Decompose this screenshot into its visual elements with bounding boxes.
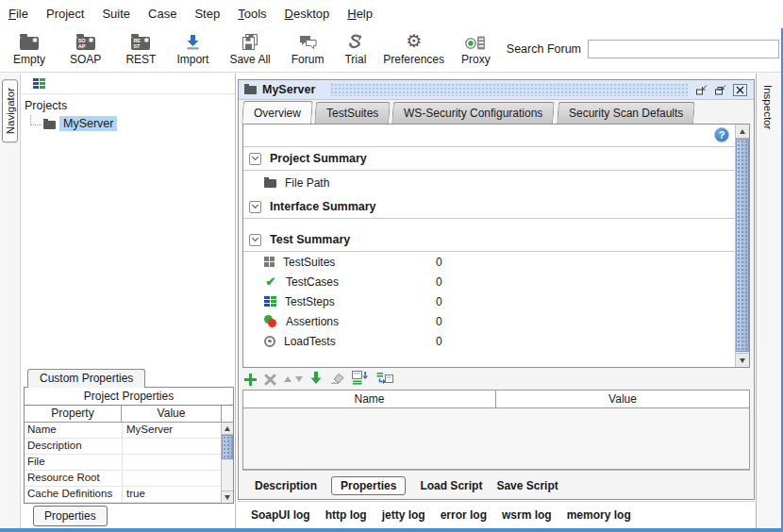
properties-bottom-button[interactable]: Properties <box>33 506 108 526</box>
tab-overview[interactable]: Overview <box>242 101 313 124</box>
trial-button[interactable]: Trial <box>344 31 366 66</box>
navigator-tab[interactable]: Navigator <box>2 79 18 142</box>
proxy-label: Proxy <box>461 53 491 66</box>
property-cell: Name <box>25 423 122 438</box>
tab-security-scan[interactable]: Security Scan Defaults <box>557 102 695 124</box>
scroll-down-button[interactable] <box>736 353 749 367</box>
save-properties-icon[interactable] <box>376 371 393 388</box>
project-properties-panel: Project Properties Property Value Name M… <box>24 387 234 504</box>
soap-project-button[interactable]: SO AP✱ SOAP <box>70 31 101 66</box>
testsuites-grid-icon <box>264 257 275 267</box>
table-row[interactable]: Description <box>25 439 233 455</box>
tab-error-log[interactable]: error log <box>441 508 487 522</box>
tree-item-myserver[interactable]: MyServer <box>25 114 233 131</box>
table-row[interactable]: Name MyServer <box>25 423 233 439</box>
tab-soapui-log[interactable]: SoapUI log <box>251 508 310 522</box>
menu-case[interactable]: Case <box>148 7 176 21</box>
close-window-icon[interactable] <box>733 84 747 96</box>
tab-ws-security[interactable]: WS-Security Configurations <box>392 102 556 124</box>
menu-tools[interactable]: Tools <box>238 7 266 21</box>
tab-save-script[interactable]: Save Script <box>496 477 558 494</box>
tab-description[interactable]: Description <box>255 477 317 494</box>
log-tabs-bar: SoapUI log http log jetty log error log … <box>238 501 755 528</box>
menu-project[interactable]: Project <box>46 7 84 21</box>
load-properties-icon[interactable] <box>352 371 369 388</box>
help-icon[interactable]: ? <box>714 127 729 142</box>
proxy-button[interactable]: Proxy <box>461 31 491 66</box>
stat-row-testcases: TestCases 0 <box>243 272 735 291</box>
triangle-down-icon <box>740 358 745 363</box>
tab-wsrm-log[interactable]: wsrm log <box>502 508 552 522</box>
tab-http-log[interactable]: http log <box>325 508 367 522</box>
interface-summary-title: Interface Summary <box>270 200 376 213</box>
collapse-toggle-icon[interactable] <box>249 153 261 165</box>
window-titlebar[interactable]: MyServer <box>239 80 754 100</box>
tab-testsuites[interactable]: TestSuites <box>314 102 391 124</box>
empty-project-button[interactable]: ✱ Empty <box>13 31 45 66</box>
add-property-icon[interactable] <box>244 374 257 386</box>
proxy-icon <box>465 31 486 50</box>
tab-testsuites-label: TestSuites <box>326 107 378 120</box>
empty-project-icon: ✱ <box>20 37 39 50</box>
test-summary-header: Test Summary <box>243 228 735 252</box>
minimize-window-icon[interactable] <box>695 85 708 95</box>
clear-properties-icon[interactable] <box>329 372 344 387</box>
custom-properties-tab[interactable]: Custom Properties <box>27 369 145 388</box>
content-scrollbar[interactable] <box>735 125 749 367</box>
menu-step[interactable]: Step <box>194 7 220 21</box>
inspector-tab[interactable]: Inspector <box>762 85 774 129</box>
import-button[interactable]: Import <box>176 31 208 66</box>
tree-root-projects[interactable]: Projects <box>25 99 233 112</box>
tab-properties[interactable]: Properties <box>331 476 406 495</box>
move-down-icon[interactable] <box>295 376 303 382</box>
tab-jetty-log[interactable]: jetty log <box>382 508 425 522</box>
collapse-toggle-icon[interactable] <box>249 201 261 213</box>
stat-value: 0 <box>436 295 442 308</box>
property-cell: Description <box>25 439 122 454</box>
property-cell: Resource Root <box>25 471 122 486</box>
tab-memory-log[interactable]: memory log <box>567 508 631 522</box>
menu-help[interactable]: Help <box>347 7 373 21</box>
inspector-strip: Inspector <box>757 74 781 528</box>
forum-button[interactable]: Forum <box>292 31 325 66</box>
restore-window-icon[interactable] <box>714 85 726 95</box>
menu-suite[interactable]: Suite <box>102 7 130 21</box>
assertions-dots-icon <box>264 315 277 327</box>
reorder-buttons <box>284 376 303 382</box>
navigator-tab-label: Navigator <box>5 88 16 134</box>
save-all-button[interactable]: Save All <box>229 31 270 66</box>
value-cell <box>122 471 221 486</box>
stat-label: Assertions <box>286 315 339 328</box>
testcases-check-icon <box>264 275 277 289</box>
tab-load-script[interactable]: Load Script <box>420 477 482 494</box>
property-cell: File <box>25 455 122 470</box>
move-up-icon[interactable] <box>284 376 292 382</box>
properties-scrollbar[interactable] <box>221 423 233 503</box>
menu-desktop[interactable]: Desktop <box>285 7 330 21</box>
tree-options-icon[interactable] <box>33 78 45 89</box>
forum-icon <box>298 31 318 50</box>
table-row[interactable]: Resource Root <box>25 471 233 487</box>
scroll-up-button[interactable] <box>222 423 233 435</box>
search-forum-input[interactable] <box>588 40 779 58</box>
menu-file[interactable]: File <box>8 7 28 21</box>
import-icon <box>186 31 200 50</box>
table-row[interactable]: File <box>25 455 233 471</box>
scroll-down-button[interactable] <box>222 490 233 503</box>
scrollbar-thumb[interactable] <box>222 435 233 459</box>
rest-project-button[interactable]: RE ST✱ REST <box>125 31 156 66</box>
table-row[interactable]: Cache Definitions true <box>25 487 233 503</box>
delete-property-icon[interactable] <box>264 374 276 386</box>
table-header: Name Value <box>243 391 749 408</box>
triangle-down-icon <box>225 495 230 500</box>
preferences-button[interactable]: ⚙ Preferences <box>383 31 444 66</box>
menu-bar: File Project Suite Case Step Tools Deskt… <box>0 0 783 26</box>
file-path-label: File Path <box>285 176 329 190</box>
sort-properties-icon[interactable] <box>310 372 322 388</box>
scrollbar-thumb[interactable] <box>736 139 749 352</box>
scroll-up-button[interactable] <box>736 125 749 139</box>
collapse-toggle-icon[interactable] <box>249 234 261 246</box>
properties-table-body: Name MyServer Description File Resource … <box>25 423 233 503</box>
titlebar-texture <box>330 83 688 96</box>
stat-row-assertions: Assertions 0 <box>243 311 735 331</box>
